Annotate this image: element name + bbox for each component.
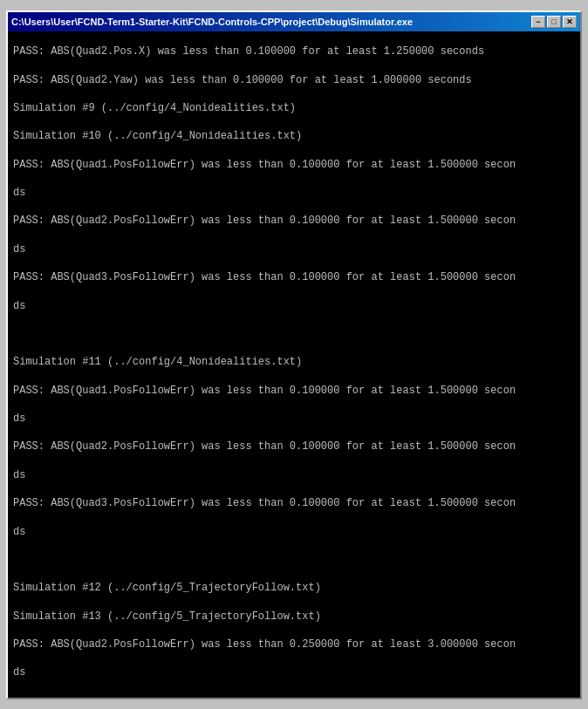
console-line: ds (13, 412, 575, 426)
close-button[interactable]: ✕ (563, 16, 577, 28)
main-window: C:\Users\User\FCND-Term1-Starter-Kit\FCN… (6, 10, 582, 699)
console-line: PASS: ABS(Quad2.Yaw) was less than 0.100… (13, 73, 575, 87)
console-line: Simulation #12 (../config/5_TrajectoryFo… (13, 581, 575, 595)
console-line: Simulation #9 (../config/4_Nonidealities… (13, 101, 575, 115)
console-output[interactable]: W/S/UP/LEFT/DOWN/RIGHT - apply force C -… (8, 31, 580, 698)
title-bar-buttons: − □ ✕ (531, 16, 577, 28)
console-line (13, 553, 575, 567)
console-line: ds (13, 665, 575, 679)
console-line: PASS: ABS(Quad2.PosFollowErr) was less t… (13, 440, 575, 453)
console-line: Simulation #13 (../config/5_TrajectoryFo… (13, 610, 575, 624)
console-area: W/S/UP/LEFT/DOWN/RIGHT - apply force C -… (8, 31, 580, 698)
console-line: Simulation #10 (../config/4_Nonidealitie… (13, 129, 575, 143)
console-line (13, 327, 575, 341)
console-line: PASS: ABS(Quad2.PosFollowErr) was less t… (13, 637, 575, 651)
console-line: Simulation #11 (../config/4_Nonidealitie… (13, 355, 575, 369)
console-line: PASS: ABS(Quad2.Pos.X) was less than 0.1… (13, 44, 575, 58)
console-line: PASS: ABS(Quad2.PosFollowErr) was less t… (13, 214, 575, 228)
console-line: PASS: ABS(Quad1.PosFollowErr) was less t… (13, 158, 575, 172)
maximize-button[interactable]: □ (547, 16, 561, 28)
title-bar: C:\Users\User\FCND-Term1-Starter-Kit\FCN… (8, 12, 580, 31)
minimize-button[interactable]: − (531, 16, 545, 28)
console-line: PASS: ABS(Quad3.PosFollowErr) was less t… (13, 496, 575, 510)
console-line: ds (13, 299, 575, 313)
console-line: ds (13, 242, 575, 256)
console-line: ds (13, 186, 575, 200)
console-line: ds (13, 468, 575, 482)
console-line: ds (13, 525, 575, 539)
console-line: PASS: ABS(Quad1.PosFollowErr) was less t… (13, 384, 575, 398)
console-line: PASS: ABS(Quad3.PosFollowErr) was less t… (13, 270, 575, 284)
title-bar-text: C:\Users\User\FCND-Term1-Starter-Kit\FCN… (11, 17, 413, 27)
